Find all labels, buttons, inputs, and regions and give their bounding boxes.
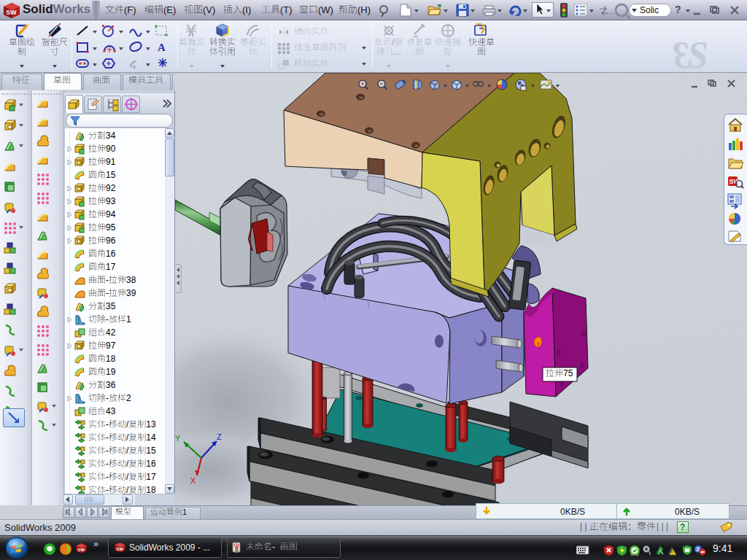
svg-text:15: 15: [106, 170, 116, 180]
svg-text:34: 34: [106, 131, 116, 141]
svg-text:39: 39: [126, 288, 136, 298]
svg-text:93: 93: [106, 196, 116, 206]
svg-text:15: 15: [146, 446, 156, 456]
svg-text:90: 90: [106, 144, 116, 154]
svg-text:(I): (I): [242, 4, 251, 15]
svg-text:(E): (E): [163, 4, 176, 15]
svg-text:43: 43: [106, 406, 116, 416]
svg-text:/: /: [126, 432, 129, 443]
svg-text:19: 19: [106, 367, 116, 377]
svg-text:-: -: [272, 542, 275, 552]
svg-text:SW: SW: [77, 548, 85, 552]
svg-text:/: /: [126, 446, 129, 456]
svg-text:96: 96: [106, 236, 116, 246]
svg-text:-: -: [106, 393, 109, 403]
svg-text:A: A: [158, 42, 166, 53]
svg-text:1: 1: [126, 314, 131, 324]
svg-text:42: 42: [106, 327, 116, 338]
svg-text:17: 17: [106, 262, 116, 272]
svg-text:/: /: [126, 459, 129, 469]
svg-text:(T): (T): [280, 4, 293, 15]
svg-text:...: ...: [394, 47, 401, 57]
svg-text:(V): (V): [203, 4, 215, 15]
svg-text:2: 2: [126, 393, 131, 403]
svg-text:/: /: [126, 472, 129, 482]
svg-text:92: 92: [106, 183, 116, 193]
svg-text:SW: SW: [6, 9, 17, 16]
svg-text:95: 95: [106, 222, 116, 233]
svg-text:-: -: [106, 288, 109, 298]
svg-text:14: 14: [146, 432, 156, 443]
svg-text:16: 16: [146, 459, 156, 469]
svg-text:-: -: [106, 275, 109, 285]
svg-text:97: 97: [106, 341, 116, 351]
svg-text:1: 1: [182, 508, 187, 516]
svg-text:(F): (F): [124, 4, 136, 15]
svg-text:75: 75: [563, 368, 573, 378]
svg-text:91: 91: [106, 157, 116, 167]
svg-text:94: 94: [106, 209, 116, 219]
svg-text:16: 16: [106, 249, 116, 259]
svg-text:17: 17: [146, 472, 156, 482]
svg-text:(H): (H): [357, 4, 371, 15]
svg-text:-: -: [106, 432, 109, 443]
svg-text:(W): (W): [318, 4, 333, 15]
svg-text:38: 38: [126, 275, 136, 285]
svg-text:/: /: [392, 37, 395, 47]
svg-text:-: -: [106, 459, 109, 469]
svg-text:18: 18: [106, 354, 116, 364]
svg-text:-: -: [106, 472, 109, 482]
svg-text:-: -: [106, 446, 109, 456]
svg-text:-: -: [106, 419, 109, 429]
svg-text:35: 35: [106, 301, 116, 311]
svg-text:36: 36: [106, 380, 116, 390]
svg-text:SW: SW: [729, 178, 740, 185]
svg-text:/: /: [126, 419, 129, 429]
svg-text:-: -: [106, 314, 109, 324]
svg-text:13: 13: [146, 419, 156, 429]
svg-text:SW: SW: [116, 547, 123, 551]
